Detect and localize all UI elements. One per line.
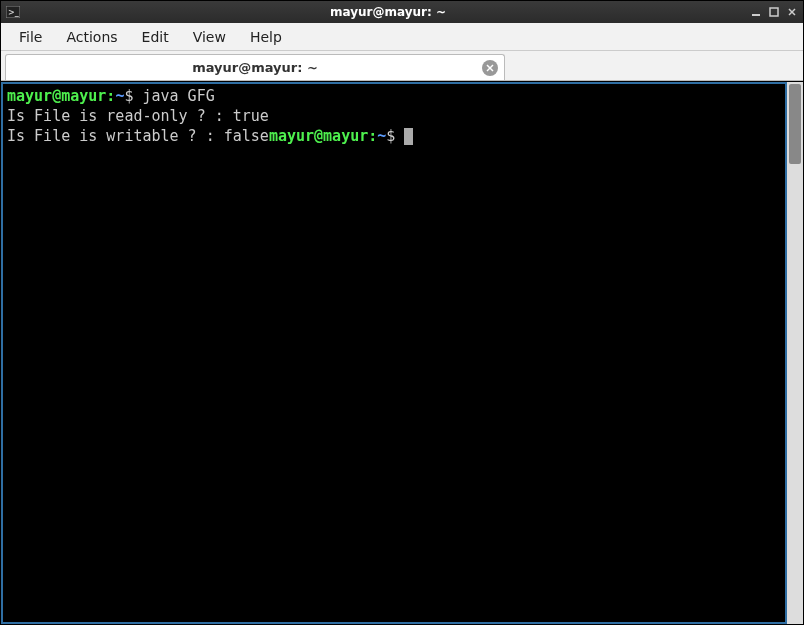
terminal-app-icon: >_: [5, 4, 21, 20]
tab-close-icon[interactable]: [482, 60, 498, 76]
svg-rect-3: [770, 8, 778, 16]
prompt-path-2: ~: [377, 127, 386, 145]
menubar: File Actions Edit View Help: [1, 23, 803, 51]
scrollbar-thumb[interactable]: [789, 84, 801, 164]
menu-help[interactable]: Help: [240, 26, 292, 48]
cursor-block: [404, 128, 413, 145]
minimize-button[interactable]: [749, 5, 763, 19]
window-title: mayur@mayur: ~: [27, 5, 749, 19]
svg-rect-2: [752, 14, 760, 16]
prompt-user-2: mayur@mayur: [269, 127, 368, 145]
command-text: java GFG: [142, 87, 214, 105]
prompt-dollar-2: $: [386, 127, 404, 145]
prompt-user: mayur@mayur: [7, 87, 106, 105]
menu-view[interactable]: View: [183, 26, 236, 48]
maximize-button[interactable]: [767, 5, 781, 19]
menu-actions[interactable]: Actions: [56, 26, 127, 48]
svg-text:>_: >_: [8, 8, 19, 17]
output-line-1: Is File is read-only ? : true: [7, 107, 269, 125]
terminal-viewport[interactable]: mayur@mayur:~$ java GFG Is File is read-…: [1, 82, 787, 624]
close-button[interactable]: [785, 5, 799, 19]
prompt-dollar: $: [124, 87, 142, 105]
terminal-area: mayur@mayur:~$ java GFG Is File is read-…: [1, 81, 803, 624]
output-line-2: Is File is writable ? : false: [7, 127, 269, 145]
tabbar: mayur@mayur: ~: [1, 51, 803, 81]
menu-edit[interactable]: Edit: [132, 26, 179, 48]
prompt-sep-2: :: [368, 127, 377, 145]
terminal-window: >_ mayur@mayur: ~ File Actions Edit View…: [0, 0, 804, 625]
tab-terminal-1[interactable]: mayur@mayur: ~: [5, 54, 505, 80]
titlebar: >_ mayur@mayur: ~: [1, 1, 803, 23]
menu-file[interactable]: File: [9, 26, 52, 48]
scrollbar-vertical[interactable]: [787, 82, 803, 624]
tab-label: mayur@mayur: ~: [192, 60, 318, 75]
window-controls: [749, 5, 799, 19]
